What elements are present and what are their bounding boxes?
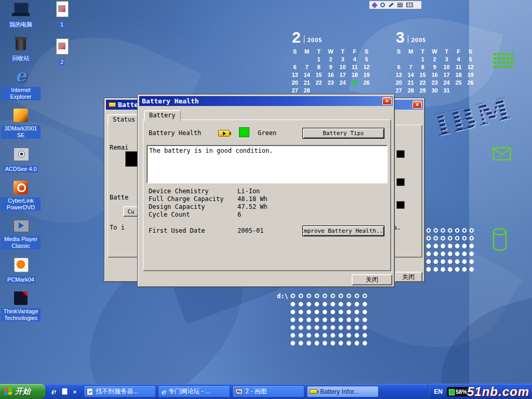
calendar-day: [453, 87, 464, 94]
paint-icon: [235, 389, 243, 394]
calendar-weekday: S: [464, 48, 476, 55]
desktop-icon-thinkvantage[interactable]: ThinkVantage Technologies: [1, 290, 41, 322]
volume-icon[interactable]: [380, 3, 385, 7]
taskbar-item-forum[interactable]: e 专门网论坛 - ...: [158, 385, 230, 397]
close-button[interactable]: 关闭: [394, 272, 422, 282]
calendar-day: [289, 56, 301, 62]
taskbar-item-paint[interactable]: 2 - 画图: [232, 385, 304, 397]
taskbar-item-label: 2 - 画图: [245, 387, 267, 396]
field-label: Cycle Count: [149, 211, 190, 218]
calendar-day: 17: [441, 72, 453, 78]
desktop-icon-my-computer[interactable]: 我的电脑: [1, 1, 41, 29]
desktop-mini-toolbar[interactable]: [369, 1, 422, 9]
envelope-icon: [493, 147, 511, 161]
desktop-icon-pcmark[interactable]: PCMark04: [1, 256, 41, 284]
calendar-day: 6: [393, 64, 405, 70]
pcmark-icon: [11, 256, 30, 273]
calendar-weekday: M: [301, 48, 313, 55]
taskbar-item-battery-information[interactable]: Battery Infor...: [307, 385, 379, 397]
battery-tips-button[interactable]: Battery Tips: [302, 128, 384, 139]
calendar-header: 3 2005: [396, 27, 478, 45]
calendar-day: 15: [417, 72, 429, 78]
desktop-icon-label: 2: [59, 59, 64, 65]
close-icon[interactable]: [413, 101, 422, 109]
start-button[interactable]: 开始: [0, 384, 46, 399]
calendar-month: 2: [292, 30, 301, 45]
calendar-day: 16: [325, 72, 337, 78]
gauge-square: [396, 150, 405, 158]
calendar-day: 5: [464, 56, 476, 62]
tab-battery[interactable]: Battery: [144, 110, 181, 121]
improve-battery-health-button[interactable]: Improve Battery Health...: [302, 225, 384, 236]
custom-button[interactable]: Cu: [123, 206, 139, 217]
calendar-day: 21: [301, 79, 313, 86]
calendar-day: 25: [349, 79, 361, 86]
calendar-day: 12: [361, 64, 373, 70]
calendar-day: 8: [313, 64, 325, 70]
desktop-icon-3dmark[interactable]: 3DMark2001 SE: [1, 107, 41, 139]
battery-icon: [109, 102, 116, 107]
desktop-icon-label: ACDSee 4.0: [4, 166, 37, 172]
desktop-icon-recycle-bin[interactable]: 回收站: [1, 35, 41, 62]
dot-pattern: [289, 300, 369, 347]
pen-icon[interactable]: [389, 3, 394, 7]
document-icon[interactable]: [62, 388, 68, 395]
taskbar-item-label: 专门网论坛 - ...: [168, 387, 210, 396]
language-indicator[interactable]: EN: [434, 388, 443, 395]
media-icon[interactable]: [371, 2, 377, 8]
calendar-day: 13: [289, 72, 301, 78]
field-row: Design Capacity 47.52 Wh: [149, 203, 385, 211]
chevron-more-icon[interactable]: »: [73, 388, 77, 395]
desktop-icon-powerdvd[interactable]: CyberLink PowerDVD: [1, 179, 41, 211]
desktop-icon-acdsee[interactable]: ACDSee 4.0: [1, 145, 41, 173]
desktop-icon-media-player-classic[interactable]: Media Player Classic: [1, 218, 41, 250]
desktop-icon-label: 3DMark2001 SE: [1, 125, 41, 139]
my-computer-icon: [11, 1, 30, 18]
calendar-day: 6: [289, 64, 301, 70]
condition-textbox[interactable]: The battery is in good condition.: [147, 145, 388, 183]
dialog-title: Battery Health: [142, 97, 199, 105]
start-label: 开始: [15, 387, 31, 396]
desktop-icon-internet-explorer[interactable]: Internet Explorer: [1, 69, 41, 101]
calendar-day: 17: [337, 72, 349, 78]
calendar-day: [325, 87, 337, 94]
field-value: 2005-01: [237, 227, 264, 234]
calendar-weekday: W: [325, 48, 337, 55]
taskbar-item-server-not-found[interactable]: e 找不到服务器...: [84, 385, 156, 397]
calendar-day: 13: [393, 72, 405, 78]
close-icon[interactable]: [382, 97, 392, 105]
battery-icon: [310, 389, 317, 394]
calendar-day: 25: [453, 79, 464, 86]
acdsee-icon: [11, 145, 30, 162]
gauge-square: [396, 178, 405, 186]
field-value: Li-Ion: [237, 188, 260, 195]
calendar-day: 27: [289, 87, 301, 94]
keyboard-icon[interactable]: [406, 3, 413, 7]
desktop-icon-list: 我的电脑回收站Internet Explorer3DMark2001 SEACD…: [1, 1, 41, 322]
calendar-day: [464, 87, 476, 94]
calendar-weekday: T: [337, 48, 349, 55]
calendar-march: 3 2005 SMTWTFS12345678910111213141516171…: [393, 27, 478, 94]
field-value: 48.18 Wh: [237, 195, 268, 203]
calendar-day: 31: [441, 87, 453, 94]
battery-health-titlebar[interactable]: Battery Health: [139, 96, 393, 106]
calendar-weekday: W: [429, 48, 441, 55]
internet-explorer-icon: [11, 69, 30, 85]
tab-status[interactable]: Status: [108, 114, 140, 125]
close-button[interactable]: 关闭: [352, 274, 392, 285]
calendar-day: 23: [429, 79, 441, 86]
desktop-icon-jpg[interactable]: 2: [42, 38, 82, 66]
desktop-icon-label: CyberLink PowerDVD: [1, 197, 41, 211]
3dmark-icon: [11, 107, 30, 124]
calendar-day: 8: [417, 64, 429, 70]
battery-health-dialog: Battery Health Battery Battery Health Gr…: [137, 94, 395, 287]
dot-pattern: [425, 242, 475, 273]
internet-explorer-icon[interactable]: e: [51, 387, 56, 396]
grid-icon[interactable]: [397, 3, 403, 7]
internet-explorer-icon: e: [161, 388, 166, 396]
calendar-day: 26: [361, 79, 373, 86]
calendar-day: 26: [464, 79, 476, 86]
calendar-day: 9: [325, 64, 337, 70]
desktop-icon-jpg[interactable]: 1: [42, 1, 82, 29]
ie-page-icon: e: [87, 388, 93, 395]
